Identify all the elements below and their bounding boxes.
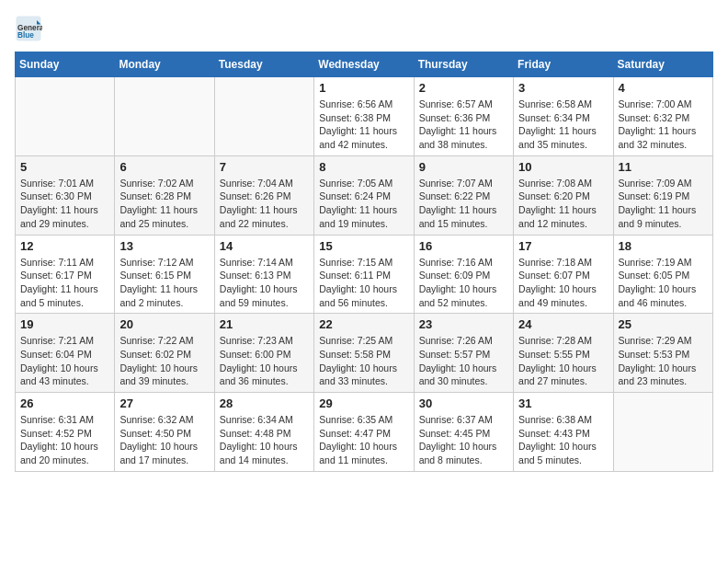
day-number: 10 — [518, 160, 608, 174]
day-number: 22 — [319, 317, 408, 331]
day-info: Sunrise: 6:38 AM Sunset: 4:43 PM Dayligh… — [518, 413, 608, 467]
calendar-day-cell: 5Sunrise: 7:01 AM Sunset: 6:30 PM Daylig… — [16, 155, 115, 235]
day-info: Sunrise: 6:34 AM Sunset: 4:48 PM Dayligh… — [220, 413, 309, 467]
day-info: Sunrise: 7:19 AM Sunset: 6:05 PM Dayligh… — [619, 256, 708, 310]
calendar-day-cell: 28Sunrise: 6:34 AM Sunset: 4:48 PM Dayli… — [214, 393, 313, 472]
day-info: Sunrise: 7:16 AM Sunset: 6:09 PM Dayligh… — [419, 256, 508, 310]
day-info: Sunrise: 7:00 AM Sunset: 6:32 PM Dayligh… — [619, 98, 708, 152]
calendar-day-cell: 23Sunrise: 7:26 AM Sunset: 5:57 PM Dayli… — [414, 314, 513, 393]
calendar-day-cell: 20Sunrise: 7:22 AM Sunset: 6:02 PM Dayli… — [115, 314, 214, 393]
day-number: 23 — [419, 317, 508, 331]
day-info: Sunrise: 7:07 AM Sunset: 6:22 PM Dayligh… — [419, 177, 508, 231]
day-number: 16 — [419, 239, 508, 253]
calendar-day-cell: 15Sunrise: 7:15 AM Sunset: 6:11 PM Dayli… — [314, 235, 414, 314]
day-number: 15 — [319, 239, 408, 253]
calendar-day-cell: 29Sunrise: 6:35 AM Sunset: 4:47 PM Dayli… — [314, 393, 414, 472]
calendar-table: SundayMondayTuesdayWednesdayThursdayFrid… — [15, 52, 713, 472]
day-number: 3 — [518, 81, 608, 95]
day-number: 28 — [220, 396, 309, 410]
logo: General Blue — [15, 15, 46, 42]
day-of-week-header: Saturday — [613, 52, 712, 77]
day-info: Sunrise: 7:09 AM Sunset: 6:19 PM Dayligh… — [619, 177, 708, 231]
day-number: 6 — [119, 160, 209, 174]
calendar-day-cell: 22Sunrise: 7:25 AM Sunset: 5:58 PM Dayli… — [314, 314, 414, 393]
day-number: 24 — [518, 317, 608, 331]
day-info: Sunrise: 6:31 AM Sunset: 4:52 PM Dayligh… — [20, 413, 109, 467]
calendar-week-row: 5Sunrise: 7:01 AM Sunset: 6:30 PM Daylig… — [16, 155, 713, 235]
day-of-week-header: Thursday — [414, 52, 513, 77]
day-info: Sunrise: 7:08 AM Sunset: 6:20 PM Dayligh… — [518, 177, 608, 231]
calendar-day-cell: 24Sunrise: 7:28 AM Sunset: 5:55 PM Dayli… — [514, 314, 613, 393]
day-info: Sunrise: 6:56 AM Sunset: 6:38 PM Dayligh… — [319, 98, 408, 152]
day-number: 21 — [220, 317, 309, 331]
calendar-day-cell: 11Sunrise: 7:09 AM Sunset: 6:19 PM Dayli… — [613, 155, 712, 235]
day-number: 5 — [20, 160, 109, 174]
day-info: Sunrise: 7:18 AM Sunset: 6:07 PM Dayligh… — [518, 256, 608, 310]
calendar-header-row: SundayMondayTuesdayWednesdayThursdayFrid… — [16, 52, 713, 77]
day-number: 4 — [619, 81, 708, 95]
day-number: 12 — [20, 239, 109, 253]
day-number: 1 — [319, 81, 408, 95]
calendar-day-cell — [115, 77, 214, 156]
calendar-day-cell: 9Sunrise: 7:07 AM Sunset: 6:22 PM Daylig… — [414, 155, 513, 235]
day-info: Sunrise: 7:28 AM Sunset: 5:55 PM Dayligh… — [518, 334, 608, 388]
day-info: Sunrise: 6:57 AM Sunset: 6:36 PM Dayligh… — [419, 98, 508, 152]
calendar-day-cell: 4Sunrise: 7:00 AM Sunset: 6:32 PM Daylig… — [613, 77, 712, 156]
calendar-day-cell: 18Sunrise: 7:19 AM Sunset: 6:05 PM Dayli… — [613, 235, 712, 314]
calendar-day-cell: 7Sunrise: 7:04 AM Sunset: 6:26 PM Daylig… — [214, 155, 313, 235]
calendar-week-row: 26Sunrise: 6:31 AM Sunset: 4:52 PM Dayli… — [16, 393, 713, 472]
calendar-day-cell: 21Sunrise: 7:23 AM Sunset: 6:00 PM Dayli… — [214, 314, 313, 393]
calendar-day-cell: 30Sunrise: 6:37 AM Sunset: 4:45 PM Dayli… — [414, 393, 513, 472]
day-info: Sunrise: 7:21 AM Sunset: 6:04 PM Dayligh… — [20, 334, 109, 388]
calendar-day-cell — [613, 393, 712, 472]
day-info: Sunrise: 7:22 AM Sunset: 6:02 PM Dayligh… — [119, 334, 209, 388]
calendar-day-cell: 8Sunrise: 7:05 AM Sunset: 6:24 PM Daylig… — [314, 155, 414, 235]
day-number: 19 — [20, 317, 109, 331]
day-info: Sunrise: 7:26 AM Sunset: 5:57 PM Dayligh… — [419, 334, 508, 388]
calendar-week-row: 1Sunrise: 6:56 AM Sunset: 6:38 PM Daylig… — [16, 77, 713, 156]
day-number: 17 — [518, 239, 608, 253]
day-number: 18 — [619, 239, 708, 253]
page-header: General Blue — [15, 15, 713, 42]
svg-text:Blue: Blue — [17, 31, 34, 40]
day-number: 26 — [20, 396, 109, 410]
day-number: 27 — [119, 396, 209, 410]
calendar-day-cell — [16, 77, 115, 156]
day-number: 31 — [518, 396, 608, 410]
day-number: 2 — [419, 81, 508, 95]
day-info: Sunrise: 7:01 AM Sunset: 6:30 PM Dayligh… — [20, 177, 109, 231]
day-info: Sunrise: 6:32 AM Sunset: 4:50 PM Dayligh… — [119, 413, 209, 467]
day-of-week-header: Wednesday — [314, 52, 414, 77]
day-number: 13 — [119, 239, 209, 253]
calendar-week-row: 12Sunrise: 7:11 AM Sunset: 6:17 PM Dayli… — [16, 235, 713, 314]
calendar-day-cell: 3Sunrise: 6:58 AM Sunset: 6:34 PM Daylig… — [514, 77, 613, 156]
calendar-day-cell: 16Sunrise: 7:16 AM Sunset: 6:09 PM Dayli… — [414, 235, 513, 314]
day-info: Sunrise: 7:02 AM Sunset: 6:28 PM Dayligh… — [119, 177, 209, 231]
day-of-week-header: Sunday — [16, 52, 115, 77]
calendar-week-row: 19Sunrise: 7:21 AM Sunset: 6:04 PM Dayli… — [16, 314, 713, 393]
calendar-day-cell: 12Sunrise: 7:11 AM Sunset: 6:17 PM Dayli… — [16, 235, 115, 314]
day-info: Sunrise: 7:25 AM Sunset: 5:58 PM Dayligh… — [319, 334, 408, 388]
calendar-day-cell: 1Sunrise: 6:56 AM Sunset: 6:38 PM Daylig… — [314, 77, 414, 156]
logo-icon: General Blue — [15, 15, 42, 42]
calendar-day-cell: 6Sunrise: 7:02 AM Sunset: 6:28 PM Daylig… — [115, 155, 214, 235]
calendar-day-cell: 13Sunrise: 7:12 AM Sunset: 6:15 PM Dayli… — [115, 235, 214, 314]
day-number: 25 — [619, 317, 708, 331]
calendar-day-cell: 19Sunrise: 7:21 AM Sunset: 6:04 PM Dayli… — [16, 314, 115, 393]
day-number: 20 — [119, 317, 209, 331]
calendar-day-cell: 17Sunrise: 7:18 AM Sunset: 6:07 PM Dayli… — [514, 235, 613, 314]
day-info: Sunrise: 7:05 AM Sunset: 6:24 PM Dayligh… — [319, 177, 408, 231]
calendar-day-cell: 2Sunrise: 6:57 AM Sunset: 6:36 PM Daylig… — [414, 77, 513, 156]
day-info: Sunrise: 7:04 AM Sunset: 6:26 PM Dayligh… — [220, 177, 309, 231]
day-info: Sunrise: 7:12 AM Sunset: 6:15 PM Dayligh… — [119, 256, 209, 310]
day-of-week-header: Friday — [514, 52, 613, 77]
calendar-day-cell: 10Sunrise: 7:08 AM Sunset: 6:20 PM Dayli… — [514, 155, 613, 235]
day-info: Sunrise: 6:35 AM Sunset: 4:47 PM Dayligh… — [319, 413, 408, 467]
day-info: Sunrise: 7:23 AM Sunset: 6:00 PM Dayligh… — [220, 334, 309, 388]
day-number: 14 — [220, 239, 309, 253]
calendar-day-cell: 25Sunrise: 7:29 AM Sunset: 5:53 PM Dayli… — [613, 314, 712, 393]
calendar-day-cell — [214, 77, 313, 156]
day-info: Sunrise: 7:11 AM Sunset: 6:17 PM Dayligh… — [20, 256, 109, 310]
day-number: 11 — [619, 160, 708, 174]
day-number: 9 — [419, 160, 508, 174]
